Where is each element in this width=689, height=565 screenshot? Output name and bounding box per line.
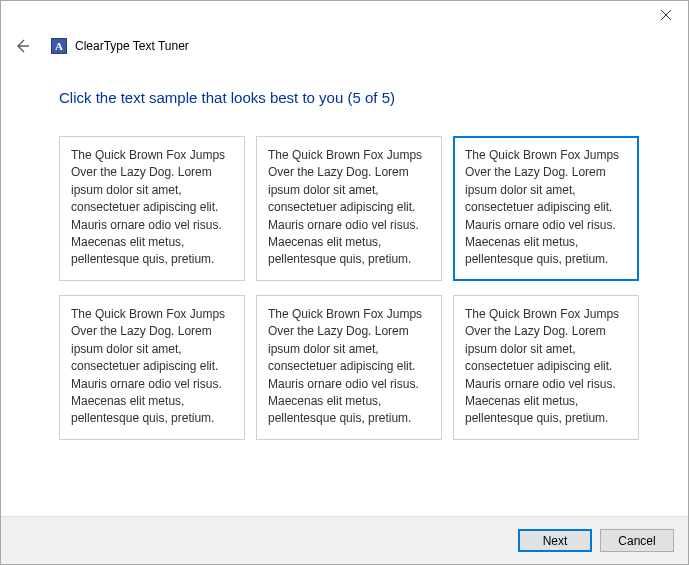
text-sample-3[interactable]: The Quick Brown Fox Jumps Over the Lazy … bbox=[453, 136, 639, 281]
sample-grid: The Quick Brown Fox Jumps Over the Lazy … bbox=[59, 136, 650, 440]
text-sample-6[interactable]: The Quick Brown Fox Jumps Over the Lazy … bbox=[453, 295, 639, 440]
cancel-button[interactable]: Cancel bbox=[600, 529, 674, 552]
close-button[interactable] bbox=[643, 1, 688, 29]
next-button[interactable]: Next bbox=[518, 529, 592, 552]
text-sample-1[interactable]: The Quick Brown Fox Jumps Over the Lazy … bbox=[59, 136, 245, 281]
window-title: ClearType Text Tuner bbox=[75, 39, 189, 53]
text-sample-4[interactable]: The Quick Brown Fox Jumps Over the Lazy … bbox=[59, 295, 245, 440]
back-arrow-icon bbox=[14, 38, 30, 54]
content-area: Click the text sample that looks best to… bbox=[1, 61, 688, 440]
titlebar bbox=[1, 1, 688, 31]
text-sample-5[interactable]: The Quick Brown Fox Jumps Over the Lazy … bbox=[256, 295, 442, 440]
instruction-text: Click the text sample that looks best to… bbox=[59, 89, 650, 106]
header-bar: A ClearType Text Tuner bbox=[1, 31, 688, 61]
wizard-window: A ClearType Text Tuner Click the text sa… bbox=[0, 0, 689, 565]
back-button[interactable] bbox=[13, 37, 31, 55]
text-sample-2[interactable]: The Quick Brown Fox Jumps Over the Lazy … bbox=[256, 136, 442, 281]
close-icon bbox=[661, 10, 671, 20]
app-icon: A bbox=[51, 38, 67, 54]
footer-bar: Next Cancel bbox=[1, 516, 688, 564]
